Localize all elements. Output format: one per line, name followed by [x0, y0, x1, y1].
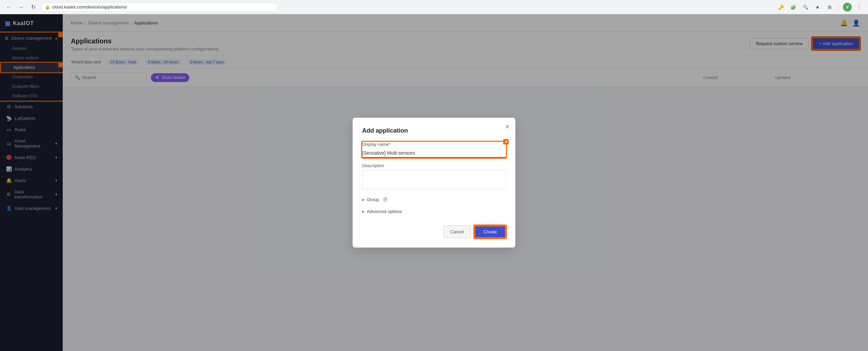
forward-button[interactable]: →	[16, 2, 26, 12]
key-icon[interactable]: 🔑	[776, 2, 786, 12]
advanced-arrow-icon: ▶	[362, 210, 365, 213]
url-text: cloud.kaaiot.com/devices/applications/	[52, 4, 127, 9]
back-button[interactable]: ←	[4, 2, 14, 12]
description-box[interactable]	[362, 170, 506, 189]
create-button[interactable]: Create	[474, 226, 506, 238]
description-group: Description	[362, 163, 506, 189]
display-name-group: 4 Display name*	[362, 142, 506, 158]
apps-icon[interactable]: ⊞	[825, 2, 834, 12]
group-collapsible-header[interactable]: ▶ Group ?	[362, 195, 506, 204]
display-name-label-text: Display name	[362, 142, 389, 147]
refresh-button[interactable]: ↻	[28, 2, 38, 12]
menu-icon[interactable]: ⋮	[854, 2, 864, 12]
required-indicator: *	[389, 142, 391, 147]
zoom-icon[interactable]: 🔍	[801, 2, 810, 12]
modal-footer: Cancel Create	[362, 226, 506, 238]
user-avatar[interactable]: V	[843, 3, 852, 12]
cancel-button[interactable]: Cancel	[443, 226, 471, 238]
group-label: Group	[367, 197, 379, 202]
group-collapsible: ▶ Group ?	[362, 195, 506, 204]
address-bar[interactable]: 🔒 cloud.kaaiot.com/devices/applications/	[41, 2, 278, 12]
advanced-options-collapsible: ▶ Advanced options	[362, 207, 506, 216]
group-help-icon[interactable]: ?	[382, 197, 388, 202]
display-name-label: Display name*	[362, 142, 506, 147]
annotation-4: 4	[503, 139, 509, 144]
description-label: Description	[362, 163, 506, 168]
extensions-icon[interactable]: 🧩	[788, 2, 798, 12]
bookmark-icon[interactable]: ★	[813, 2, 822, 12]
display-name-input[interactable]	[362, 149, 506, 158]
modal-overlay: Add application ✕ 4 Display name* Descri…	[0, 14, 868, 351]
modal-title: Add application	[362, 127, 506, 134]
advanced-label: Advanced options	[367, 209, 402, 214]
browser-chrome: ← → ↻ 🔒 cloud.kaaiot.com/devices/applica…	[0, 0, 868, 14]
add-application-modal: Add application ✕ 4 Display name* Descri…	[353, 118, 515, 248]
advanced-options-header[interactable]: ▶ Advanced options	[362, 207, 506, 216]
modal-close-button[interactable]: ✕	[505, 123, 510, 131]
browser-icons: 🔑 🧩 🔍 ★ ⊞ V ⋮	[776, 2, 864, 12]
group-arrow-icon: ▶	[362, 198, 365, 201]
